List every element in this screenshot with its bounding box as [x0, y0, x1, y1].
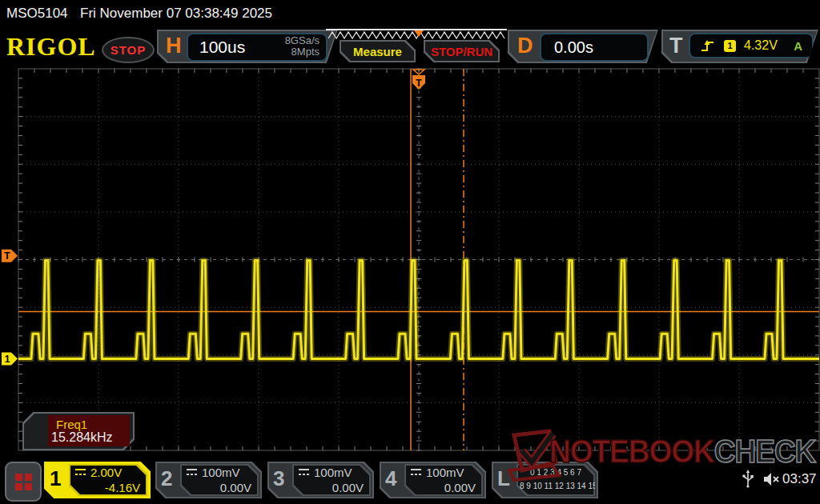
measurement-value: 15.284kHz	[51, 430, 113, 445]
svg-text:T: T	[4, 250, 10, 262]
measurement-item[interactable]: Freq1 15.284kHz	[48, 415, 130, 446]
oscilloscope-screen: MSO5104 Fri November 07 03:38:49 2025 RI…	[0, 0, 820, 504]
svg-text:T: T	[416, 78, 422, 89]
measurement-name: Freq1	[56, 418, 87, 431]
memory-strip-position-marker[interactable]	[414, 30, 424, 37]
svg-text:1: 1	[5, 354, 10, 365]
measurement-panel[interactable]: Freq1 15.284kHz	[22, 412, 135, 450]
